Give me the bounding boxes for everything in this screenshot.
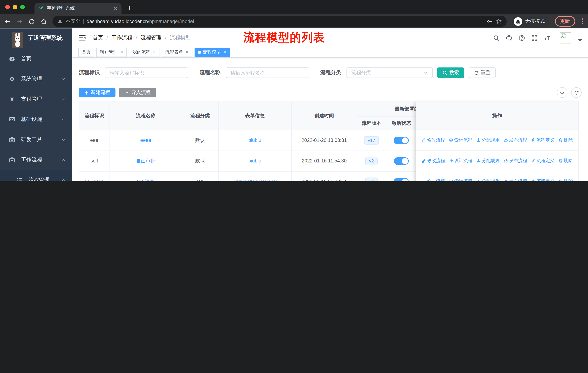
tag-close-icon[interactable]: ✕	[185, 50, 189, 55]
create-process-button[interactable]: 新建流程	[79, 88, 116, 97]
actions-row: 修改流程设计流程分配规则发布流程流程定义删除	[416, 171, 578, 181]
tag-close-icon[interactable]: ✕	[153, 50, 156, 55]
search-button[interactable]: 搜索	[437, 67, 464, 78]
font-size-icon[interactable]	[544, 35, 550, 41]
url-divider	[83, 19, 84, 24]
browser-tab[interactable]: 芋道管理系统 ✕	[34, 2, 121, 14]
breadcrumb-item[interactable]: 流程管理	[141, 34, 161, 41]
list-tree-icon	[17, 177, 23, 181]
browser-tab-bar: 芋道管理系统 ✕ +	[0, 0, 588, 14]
process-name-input[interactable]	[226, 67, 309, 78]
sidebar-item-workflow[interactable]: 工作流程	[0, 150, 72, 170]
form-info-link[interactable]: /bpm/oa/leave/create	[232, 179, 278, 181]
process-id-value: oa_leave	[84, 179, 104, 181]
form-info-link[interactable]: biubiu	[248, 138, 261, 143]
action-delete[interactable]: 删除	[558, 137, 573, 143]
refresh-table-button[interactable]	[571, 87, 582, 98]
window-close-button[interactable]	[5, 5, 10, 10]
briefcase-icon	[9, 157, 15, 163]
sidebar-item-dev-tools[interactable]: 研发工具	[0, 130, 72, 150]
process-name-link[interactable]: OA 请假	[137, 179, 155, 181]
action-design-process[interactable]: 设计流程	[449, 137, 472, 143]
home-icon[interactable]	[41, 18, 47, 25]
window-minimize-button[interactable]	[13, 5, 17, 10]
process-id-input[interactable]	[105, 67, 188, 78]
forward-icon[interactable]	[17, 18, 23, 25]
action-publish-process[interactable]: 发布流程	[504, 137, 527, 143]
cell-active-status	[386, 130, 417, 151]
show-search-button[interactable]	[557, 87, 567, 98]
tag-label: 我的流程	[133, 49, 151, 55]
new-tab-button[interactable]: +	[125, 3, 134, 13]
sidebar-item-payment-mgmt[interactable]: ¥支付管理	[0, 89, 72, 109]
tag-item-2[interactable]: 我的流程✕	[129, 48, 159, 57]
version-badge[interactable]: v2	[365, 157, 378, 165]
version-badge[interactable]: v5	[365, 177, 378, 181]
action-assign-rule[interactable]: 分配规则	[476, 178, 500, 181]
process-model-table: 流程标识 流程名称 流程分类 表单信息 创建时间 最新部署的流程定义 流程版本 …	[79, 101, 579, 181]
tag-home[interactable]: 首页	[78, 48, 94, 57]
tag-item-4[interactable]: 流程模型✕	[194, 48, 230, 57]
tab-close-icon[interactable]: ✕	[113, 5, 118, 11]
avatar-dropdown-caret[interactable]	[578, 39, 582, 41]
action-process-definition[interactable]: 流程定义	[531, 137, 555, 143]
search-icon[interactable]	[493, 35, 499, 41]
not-secure-warning-icon[interactable]	[57, 19, 63, 24]
tag-label: 流程模型	[203, 49, 221, 55]
bookmark-star-icon[interactable]	[496, 18, 502, 24]
github-icon[interactable]	[506, 35, 512, 41]
col-header-process-version: 流程版本	[357, 117, 386, 130]
breadcrumb-item[interactable]: 流程模型	[170, 34, 191, 41]
action-publish-process[interactable]: 发布流程	[504, 178, 527, 181]
active-toggle[interactable]	[394, 178, 409, 181]
import-process-button[interactable]: 导入流程	[119, 88, 156, 97]
address-bar[interactable]: 不安全 dashboard.yudao.iocoder.cn/bpm/manag…	[52, 16, 506, 27]
action-label: 修改流程	[427, 137, 445, 143]
sidebar-item-infrastructure[interactable]: 基础设施	[0, 109, 72, 130]
action-assign-rule[interactable]: 分配规则	[476, 137, 500, 143]
col-header-latest-deployment-group: 最新部署的流程定义	[357, 101, 417, 117]
app-logo[interactable]: 芋道管理系统	[0, 28, 72, 47]
active-toggle[interactable]	[394, 137, 409, 144]
action-process-definition[interactable]: 流程定义	[531, 178, 555, 181]
action-design-process[interactable]: 设计流程	[449, 158, 472, 164]
process-name-link[interactable]: 自己审批	[136, 158, 156, 163]
process-name-link[interactable]: eeee	[140, 138, 151, 143]
action-edit-process[interactable]: 修改流程	[421, 178, 445, 181]
tag-item-3[interactable]: 流程表单✕	[162, 48, 192, 57]
action-assign-rule[interactable]: 分配规则	[476, 158, 500, 164]
cell-process-category: 默认	[182, 151, 218, 171]
action-edit-process[interactable]: 修改流程	[421, 158, 445, 164]
update-button[interactable]: 更新	[555, 16, 575, 27]
help-icon[interactable]	[519, 35, 525, 41]
edit-process-icon	[421, 138, 426, 142]
action-delete[interactable]: 删除	[558, 158, 573, 164]
reload-icon[interactable]	[28, 18, 35, 25]
reset-button[interactable]: 重置	[469, 67, 496, 78]
version-badge[interactable]: v17	[364, 136, 379, 144]
action-process-definition[interactable]: 流程定义	[531, 158, 555, 164]
browser-menu-icon[interactable]	[581, 18, 583, 24]
sidebar-item-process-mgmt[interactable]: 流程管理	[0, 170, 72, 181]
form-info-link[interactable]: biubiu	[248, 158, 261, 164]
tag-close-icon[interactable]: ✕	[223, 50, 226, 55]
breadcrumb-item[interactable]: 首页	[93, 34, 103, 41]
back-icon[interactable]	[5, 18, 11, 25]
breadcrumb-item[interactable]: 工作流程	[111, 34, 132, 41]
process-category-select[interactable]: 流程分类	[346, 67, 433, 78]
sidebar-item-home[interactable]: 首页	[0, 49, 72, 69]
fullscreen-icon[interactable]	[531, 35, 538, 41]
action-delete[interactable]: 删除	[558, 178, 573, 181]
action-publish-process[interactable]: 发布流程	[504, 158, 527, 164]
avatar[interactable]	[560, 32, 571, 43]
tag-close-icon[interactable]: ✕	[120, 50, 123, 55]
table-tools	[557, 87, 582, 98]
action-edit-process[interactable]: 修改流程	[421, 137, 445, 143]
password-key-icon[interactable]	[486, 18, 493, 24]
action-design-process[interactable]: 设计流程	[449, 178, 472, 181]
sidebar-item-system-mgmt[interactable]: 系统管理	[0, 69, 72, 89]
active-toggle[interactable]	[394, 157, 409, 165]
sidebar-collapse-icon[interactable]	[78, 34, 86, 41]
window-zoom-button[interactable]	[20, 5, 25, 10]
tag-item-1[interactable]: 租户管理✕	[96, 48, 127, 57]
